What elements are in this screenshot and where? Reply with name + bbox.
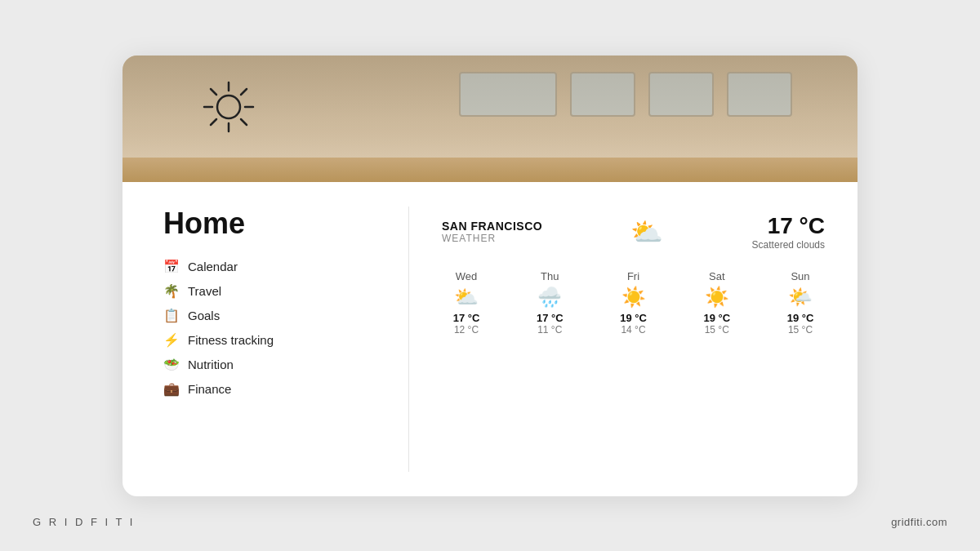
- forecast-icon-0: ⛅: [454, 287, 479, 307]
- card-header: [122, 56, 858, 182]
- forecast-day-0: Wed ⛅ 17 °C 12 °C: [442, 270, 491, 335]
- weather-forecast: Wed ⛅ 17 °C 12 °C Thu 🌧️ 17 °C 11 °C Fri…: [442, 270, 825, 335]
- forecast-day-name-4: Sun: [791, 270, 809, 282]
- finance-label: Finance: [188, 382, 231, 396]
- nav-item-nutrition[interactable]: 🥗Nutrition: [163, 357, 376, 373]
- forecast-day-name-2: Fri: [627, 270, 639, 282]
- main-card: Home 📅Calendar🌴Travel📋Goals⚡Fitness trac…: [122, 56, 858, 496]
- forecast-low-2: 14 °C: [621, 324, 645, 335]
- forecast-low-1: 11 °C: [537, 324, 562, 335]
- forecast-day-1: Thu 🌧️ 17 °C 11 °C: [525, 270, 574, 335]
- weather-city: SAN FRANCISCO: [442, 220, 542, 233]
- goals-icon: 📋: [163, 308, 180, 324]
- travel-icon: 🌴: [163, 283, 180, 300]
- goals-label: Goals: [188, 309, 220, 322]
- forecast-low-4: 15 °C: [788, 324, 813, 335]
- nav-item-travel[interactable]: 🌴Travel: [163, 283, 376, 300]
- forecast-day-3: Sat ☀️ 19 °C 15 °C: [693, 270, 742, 335]
- fitness-label: Fitness tracking: [188, 333, 274, 347]
- forecast-day-name-0: Wed: [456, 270, 478, 282]
- fitness-icon: ⚡: [163, 332, 180, 349]
- forecast-day-name-1: Thu: [541, 270, 559, 282]
- finance-icon: 💼: [163, 381, 180, 398]
- left-section: Home 📅Calendar🌴Travel📋Goals⚡Fitness trac…: [163, 207, 376, 472]
- brand-right: gridfiti.com: [891, 516, 947, 528]
- forecast-icon-4: 🌤️: [788, 287, 813, 307]
- svg-line-4: [211, 89, 216, 95]
- svg-line-6: [241, 89, 247, 95]
- forecast-high-1: 17 °C: [537, 312, 564, 324]
- calendar-label: Calendar: [188, 260, 238, 273]
- card-body: Home 📅Calendar🌴Travel📋Goals⚡Fitness trac…: [122, 182, 858, 496]
- page-title: Home: [163, 207, 376, 241]
- forecast-high-4: 19 °C: [787, 312, 814, 324]
- weather-label: WEATHER: [442, 233, 542, 244]
- svg-line-7: [211, 119, 216, 125]
- nutrition-label: Nutrition: [188, 358, 234, 371]
- forecast-high-2: 19 °C: [620, 312, 647, 324]
- forecast-high-0: 17 °C: [453, 312, 480, 324]
- weather-header: SAN FRANCISCO WEATHER ⛅ 17 °C Scattered …: [442, 213, 825, 251]
- nav-item-finance[interactable]: 💼Finance: [163, 381, 376, 398]
- forecast-day-2: Fri ☀️ 19 °C 14 °C: [609, 270, 658, 335]
- weather-temp-value: 17 °C: [752, 213, 825, 239]
- nav-item-fitness[interactable]: ⚡Fitness tracking: [163, 332, 376, 349]
- svg-point-8: [217, 96, 240, 118]
- forecast-day-4: Sun 🌤️ 19 °C 15 °C: [776, 270, 825, 335]
- forecast-icon-2: ☀️: [621, 287, 646, 307]
- nav-item-goals[interactable]: 📋Goals: [163, 308, 376, 324]
- forecast-icon-3: ☀️: [705, 287, 729, 307]
- travel-label: Travel: [188, 284, 221, 298]
- forecast-high-3: 19 °C: [703, 312, 730, 324]
- nutrition-icon: 🥗: [163, 357, 180, 373]
- weather-current-temp: 17 °C Scattered clouds: [752, 213, 825, 251]
- weather-condition: Scattered clouds: [752, 239, 825, 251]
- forecast-low-3: 15 °C: [705, 324, 729, 335]
- sun-icon: [200, 78, 257, 136]
- weather-section: SAN FRANCISCO WEATHER ⛅ 17 °C Scattered …: [442, 207, 825, 472]
- brand-left: G R I D F I T I: [33, 516, 135, 528]
- nav-item-calendar[interactable]: 📅Calendar: [163, 259, 376, 275]
- forecast-low-0: 12 °C: [454, 324, 479, 335]
- weather-current-icon: ⛅: [630, 216, 663, 247]
- divider: [408, 207, 409, 472]
- weather-location: SAN FRANCISCO WEATHER: [442, 220, 542, 244]
- calendar-icon: 📅: [163, 259, 180, 275]
- svg-line-5: [241, 119, 247, 125]
- forecast-icon-1: 🌧️: [537, 287, 562, 307]
- forecast-day-name-3: Sat: [709, 270, 725, 282]
- nav-list: 📅Calendar🌴Travel📋Goals⚡Fitness tracking🥗…: [163, 259, 376, 398]
